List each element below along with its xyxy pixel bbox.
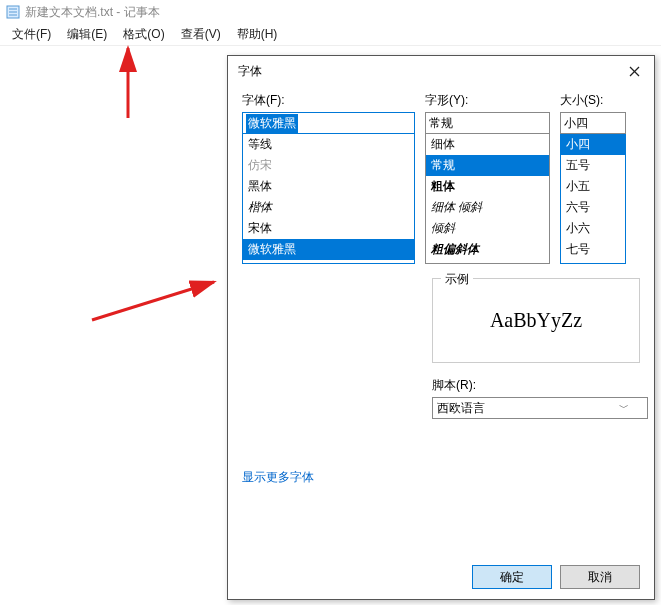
- size-item[interactable]: 五号: [561, 155, 625, 176]
- font-item[interactable]: 宋体: [243, 218, 414, 239]
- font-label: 字体(F):: [242, 92, 415, 109]
- dialog-titlebar: 字体: [228, 56, 654, 86]
- style-item[interactable]: 常规: [426, 155, 549, 176]
- cancel-button[interactable]: 取消: [560, 565, 640, 589]
- size-input[interactable]: 小四: [560, 112, 626, 134]
- style-item[interactable]: 细体: [426, 134, 549, 155]
- menu-edit[interactable]: 编辑(E): [59, 24, 115, 45]
- sample-text: AaBbYyZz: [490, 309, 582, 332]
- script-value: 西欧语言: [437, 400, 485, 417]
- font-input-value: 微软雅黑: [246, 114, 298, 133]
- style-item[interactable]: 倾斜: [426, 218, 549, 239]
- ok-button[interactable]: 确定: [472, 565, 552, 589]
- style-input[interactable]: 常规: [425, 112, 550, 134]
- size-item[interactable]: 小六: [561, 218, 625, 239]
- chevron-down-icon: ﹀: [619, 401, 629, 415]
- size-item[interactable]: 六号: [561, 197, 625, 218]
- close-button[interactable]: [620, 60, 648, 82]
- font-dialog: 字体 字体(F): 微软雅黑 等线仿宋黑体楷体宋体微软雅黑新宋体 字形(Y): …: [227, 55, 655, 600]
- font-item[interactable]: 等线: [243, 134, 414, 155]
- menu-format[interactable]: 格式(O): [115, 24, 172, 45]
- style-item[interactable]: 粗偏斜体: [426, 239, 549, 260]
- script-select[interactable]: 西欧语言 ﹀: [432, 397, 648, 419]
- dialog-title: 字体: [238, 63, 262, 80]
- style-listbox[interactable]: 细体常规粗体细体 倾斜倾斜粗偏斜体: [425, 134, 550, 264]
- window-title: 新建文本文档.txt - 记事本: [25, 4, 160, 21]
- style-input-value: 常规: [429, 115, 453, 132]
- size-input-value: 小四: [564, 115, 588, 132]
- font-item[interactable]: 新宋体: [243, 260, 414, 264]
- menu-help[interactable]: 帮助(H): [229, 24, 286, 45]
- titlebar: 新建文本文档.txt - 记事本: [0, 0, 661, 24]
- menubar: 文件(F) 编辑(E) 格式(O) 查看(V) 帮助(H): [0, 24, 661, 46]
- style-item[interactable]: 粗体: [426, 176, 549, 197]
- sample-fieldset: 示例 AaBbYyZz: [432, 278, 640, 363]
- notepad-icon: [6, 5, 20, 19]
- font-item[interactable]: 仿宋: [243, 155, 414, 176]
- size-label: 大小(S):: [560, 92, 626, 109]
- font-item[interactable]: 微软雅黑: [243, 239, 414, 260]
- menu-view[interactable]: 查看(V): [173, 24, 229, 45]
- style-item[interactable]: 细体 倾斜: [426, 197, 549, 218]
- size-item[interactable]: 八号: [561, 260, 625, 264]
- font-input[interactable]: 微软雅黑: [242, 112, 415, 134]
- size-item[interactable]: 小四: [561, 134, 625, 155]
- style-label: 字形(Y):: [425, 92, 550, 109]
- size-listbox[interactable]: 小四五号小五六号小六七号八号: [560, 134, 626, 264]
- more-fonts-link[interactable]: 显示更多字体: [242, 469, 640, 486]
- sample-legend: 示例: [441, 271, 473, 288]
- font-listbox[interactable]: 等线仿宋黑体楷体宋体微软雅黑新宋体: [242, 134, 415, 264]
- script-label: 脚本(R):: [432, 377, 640, 394]
- font-item[interactable]: 楷体: [243, 197, 414, 218]
- size-item[interactable]: 七号: [561, 239, 625, 260]
- menu-file[interactable]: 文件(F): [4, 24, 59, 45]
- font-item[interactable]: 黑体: [243, 176, 414, 197]
- size-item[interactable]: 小五: [561, 176, 625, 197]
